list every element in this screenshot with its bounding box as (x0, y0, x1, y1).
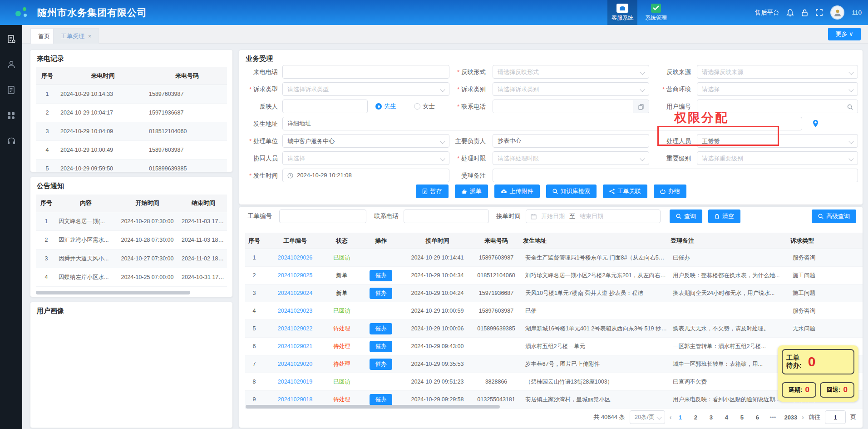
location-pin-icon[interactable] (812, 120, 819, 128)
workorder-icon[interactable] (0, 29, 22, 50)
announcements-hscrollbar[interactable] (36, 291, 190, 294)
call_records-row[interactable]: 52024-10-29 09:59:50015899639385 (36, 160, 227, 172)
reporter-input[interactable] (282, 100, 368, 113)
page-number[interactable]: 4 (722, 414, 730, 421)
call_records-row[interactable]: 22024-10-29 10:04:1715971936687 (36, 104, 227, 122)
apps-icon[interactable] (0, 105, 22, 126)
order-row[interactable]: 720241029020待处理催办2024-10-29 09:35:53岁丰巷6… (245, 355, 863, 373)
order-row[interactable]: 520241029022待处理催办2024-10-29 10:00:060158… (245, 320, 863, 338)
announcements-row[interactable]: 2因汇龙湾小区需水...2024-10-28 07:30:002024-11-0… (36, 231, 227, 249)
order-no-filter-input[interactable] (279, 210, 366, 223)
order-no-link[interactable]: 20241029025 (278, 272, 312, 279)
app-tab-customer-service[interactable]: 客服系统 (607, 0, 637, 25)
urge-button[interactable]: 催办 (370, 394, 392, 405)
page-number[interactable]: 2 (691, 414, 700, 421)
handler-select[interactable]: 王赟赟 (697, 134, 858, 148)
close-icon[interactable]: × (88, 33, 91, 40)
order-no-link[interactable]: 20241029024 (278, 290, 312, 296)
order-no-link[interactable]: 20241029020 (278, 361, 312, 367)
handle-unit-select[interactable]: 城中客户服务中心 (282, 134, 449, 148)
user-icon[interactable] (0, 54, 22, 75)
announcements-row[interactable]: 3因舜井大道天风小...2024-10-27 07:30:002024-11-0… (36, 249, 227, 268)
order-no-link[interactable]: 20241029021 (278, 343, 312, 349)
tab-workorder[interactable]: 工单受理× (53, 28, 99, 44)
co-worker-select[interactable]: 请选择 (282, 151, 449, 165)
search-icon[interactable] (842, 100, 858, 113)
dispatch-button[interactable]: 派单 (455, 185, 488, 198)
bell-icon[interactable] (786, 9, 794, 17)
reflect-form-select[interactable]: 请选择反映形式 (493, 65, 649, 79)
after-sale-platform-link[interactable]: 售后平台 (755, 9, 779, 17)
announcements-cell: 2024-11-03 18:00 (180, 231, 227, 249)
importance-select[interactable]: 请选择重要级别 (697, 151, 858, 165)
order-no-link[interactable]: 20241029026 (278, 254, 312, 261)
orders-column-header: 来电号码 (470, 233, 523, 249)
appeal-category-select[interactable]: 请选择诉求类别 (493, 82, 649, 96)
page-number[interactable]: 5 (738, 414, 746, 421)
order-time: 2024-10-29 10:00:06 (405, 320, 470, 338)
call_records-row[interactable]: 32024-10-29 10:04:09018512104060 (36, 122, 227, 141)
page-number[interactable]: 6 (753, 414, 761, 421)
order-no-link[interactable]: 20241029023 (278, 308, 312, 314)
order-phone: 3828866 (470, 373, 523, 391)
handle-limit-select[interactable]: 请选择处理时限 (493, 151, 649, 165)
urge-button[interactable]: 催办 (370, 359, 392, 370)
remark-input[interactable] (493, 169, 858, 182)
order-row[interactable]: 320241029024新单催办2024-10-29 10:04:2415971… (245, 284, 863, 302)
contact-phone-input[interactable] (493, 100, 638, 113)
advanced-search-button[interactable]: 高级查询 (812, 210, 856, 223)
urge-button[interactable]: 催办 (370, 323, 392, 334)
urge-button[interactable]: 催办 (370, 341, 392, 352)
more-button[interactable]: 更多 ∨ (828, 28, 861, 40)
goto-page-input[interactable] (825, 410, 846, 424)
order-no-link[interactable]: 20241029019 (278, 379, 312, 385)
business-env-select[interactable]: 请选择 (697, 82, 858, 96)
page-number[interactable]: 3 (707, 414, 715, 421)
headset-icon[interactable] (0, 130, 22, 151)
order-row[interactable]: 120241029026已回访2024-10-29 10:14:41158976… (245, 249, 863, 267)
announcements-row[interactable]: 4因蝶纳左岸小区水...2024-10-25 07:00:002024-10-3… (36, 268, 227, 287)
end-date-placeholder[interactable]: 结束日期 (580, 212, 603, 220)
knowledge-search-button[interactable]: 知识库检索 (546, 185, 597, 198)
main-charge-input[interactable] (493, 134, 649, 148)
call_records-row[interactable]: 12024-10-29 10:14:3315897603987 (36, 85, 227, 104)
clear-button[interactable]: 清空 (708, 210, 740, 223)
search-button[interactable]: 查询 (670, 210, 702, 223)
orders-hscrollbar[interactable] (246, 405, 500, 409)
urge-button[interactable]: 催办 (370, 288, 392, 299)
upload-attachment-button[interactable]: 上传附件 (494, 185, 540, 198)
gender-female-radio[interactable]: 女士 (414, 102, 435, 110)
app-tab-system-admin[interactable]: 系统管理 (641, 0, 671, 25)
call-phone-input[interactable] (282, 65, 449, 79)
page-number[interactable]: 1 (676, 414, 684, 421)
date-range-picker[interactable]: 开始日期 至 结束日期 (526, 210, 661, 223)
delay-box: 延期:0 (782, 382, 816, 398)
order-no-link[interactable]: 20241029018 (278, 396, 312, 403)
order-no-link[interactable]: 20241029022 (278, 325, 312, 332)
user-avatar[interactable] (830, 5, 844, 20)
order-row[interactable]: 220241029025新单催办2024-10-29 10:04:3401851… (245, 267, 863, 284)
call_records-row[interactable]: 42024-10-29 10:00:4915897603987 (36, 141, 227, 160)
urge-button[interactable]: 催办 (370, 270, 392, 281)
order-link-button[interactable]: 工单关联 (603, 185, 647, 198)
todo-badge[interactable]: 工单待办: 0 延期:0 回退:0 (778, 345, 858, 402)
page-number[interactable]: 2033 (784, 414, 797, 421)
lock-icon[interactable] (801, 9, 808, 17)
order-row[interactable]: 620241029021待处理催办2024-10-29 09:43:00涢水村五… (245, 338, 863, 355)
gender-male-radio[interactable]: 先生 (375, 102, 396, 110)
reflect-source-select[interactable]: 请选择反映来源 (697, 65, 858, 79)
occur-time-field[interactable]: 2024-10-29 10:21:08 (282, 169, 449, 182)
prev-page-arrow[interactable]: ‹ (670, 414, 672, 421)
announcements-row[interactable]: 1因文峰名居一期(...2024-10-28 07:30:002024-11-0… (36, 212, 227, 231)
page-size-select[interactable]: 20条/页 (630, 410, 665, 424)
order-row[interactable]: 420241029023已回访2024-10-29 10:00:59158976… (245, 302, 863, 320)
next-page-arrow[interactable]: › (802, 414, 804, 421)
document-icon[interactable] (0, 80, 22, 100)
start-date-placeholder[interactable]: 开始日期 (541, 212, 565, 220)
appeal-type-select[interactable]: 请选择诉求类型 (282, 82, 449, 96)
save-draft-button[interactable]: 暂存 (416, 185, 449, 198)
finish-button[interactable]: 办结 (654, 185, 686, 198)
order-row[interactable]: 820241029019已回访2024-10-29 09:51:23382886… (245, 373, 863, 391)
phone-filter-input[interactable] (404, 210, 489, 223)
fullscreen-icon[interactable] (815, 9, 823, 16)
